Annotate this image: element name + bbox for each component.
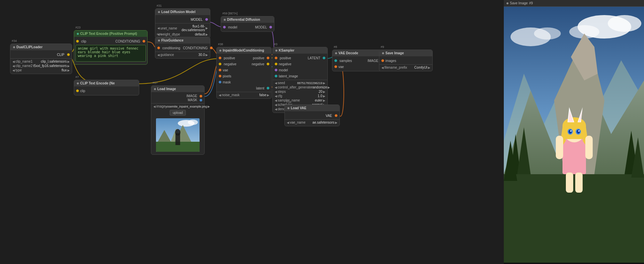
clip-name2-arrow-right[interactable]: ▶ (67, 64, 70, 68)
latent-out-row: latent (217, 85, 271, 91)
sampler-arrow-right[interactable]: ▶ (323, 99, 325, 102)
noise-arrow-left[interactable]: ◀ (219, 93, 221, 97)
denoise-arrow-left[interactable]: ◀ (275, 108, 277, 111)
type-arrow-left[interactable]: ◀ (12, 69, 15, 72)
k-positive-in-port[interactable] (275, 57, 277, 59)
image-arrow-right[interactable]: ▶ (208, 105, 210, 108)
positive-prompt-text[interactable]: anime girl with massive fennec ears blon… (75, 45, 146, 62)
samples-image-row: samples IMAGE (332, 58, 385, 64)
model-output-port[interactable] (205, 18, 208, 21)
conditioning-input-port[interactable] (157, 47, 160, 49)
conditioning-out-port[interactable] (210, 47, 213, 49)
samples-in-port[interactable] (334, 59, 337, 62)
image-out-port[interactable] (200, 95, 202, 97)
clip-name2-arrow-left[interactable]: ◀ (12, 64, 15, 68)
load-vae-header: Load VAE (285, 105, 339, 111)
vae-in-port-vd[interactable] (334, 65, 337, 68)
cfg-arrow-left[interactable]: ◀ (275, 94, 277, 98)
vae-in-port[interactable] (219, 69, 221, 71)
clip-input-port[interactable] (76, 40, 79, 43)
seed-arrow-left[interactable]: ◀ (275, 81, 277, 85)
clip-conditioning-row: clip CONDITIONING (74, 38, 147, 44)
svg-rect-19 (504, 174, 644, 263)
cfg-row: ◀ cfg 1.0 ▶ (273, 94, 327, 98)
unet-arrow-right[interactable]: ▶ (206, 26, 208, 30)
dualcliploader-node: #34 DualCLIPLoader CLIP ◀ clip_name1 cli… (10, 44, 72, 74)
scheduler-arrow-left[interactable]: ◀ (275, 103, 277, 107)
pixels-in-port[interactable] (219, 75, 221, 77)
vae-name-arrow-left[interactable]: ◀ (287, 121, 289, 124)
sampler-label: sampler_name (278, 98, 315, 102)
clip-name1-value: clip_l.safetensors (41, 60, 67, 63)
differential-diffusion-node: #59 [BETA] Differential Diffusion model … (221, 16, 274, 32)
node-id-load-diffusion: #31 (157, 4, 162, 7)
clip-output-row: CLIP (10, 52, 72, 58)
samples-in-label: samples (339, 59, 352, 63)
positive-in-port[interactable] (219, 57, 221, 59)
node-canvas: #34 DualCLIPLoader CLIP ◀ clip_name1 cli… (0, 0, 644, 264)
negative-in-port[interactable] (219, 63, 221, 65)
clip-name2-row: ◀ clip_name2 t5xxl_fp16.safetensors ▶ (10, 64, 72, 68)
vae-decode-title: VAE Decode (338, 51, 358, 55)
steps-arrow-left[interactable]: ◀ (275, 90, 277, 93)
negative-out-port[interactable] (267, 63, 269, 65)
upload-button[interactable]: upload (170, 110, 186, 116)
vae-name-row: ◀ vae_name ae.safetensors ▶ (285, 120, 339, 125)
svg-point-40 (578, 130, 580, 132)
guidance-arrow-right[interactable]: ▶ (206, 53, 208, 57)
latent-out-port-k[interactable] (323, 57, 325, 59)
k-latent-in-port[interactable] (275, 75, 277, 77)
unet-name-value: flux1-fill-dev.safetensors (177, 24, 205, 32)
k-negative-in-port[interactable] (275, 63, 277, 65)
flux-guidance-header: FluxGuidance (155, 37, 210, 44)
control-after-label: control_after_generate (278, 85, 312, 89)
vae-decode-node: #8 VAE Decode samples IMAGE vae (332, 50, 386, 71)
noise-arrow-right[interactable]: ▶ (267, 93, 269, 97)
vae-output-port[interactable] (335, 114, 337, 117)
model-output-port[interactable] (269, 26, 272, 28)
vae-decode-body: samples IMAGE vae (332, 56, 385, 71)
sampler-arrow-left[interactable]: ◀ (275, 99, 277, 102)
filename-arrow-right[interactable]: ▶ (428, 66, 430, 69)
model-input-port[interactable] (223, 26, 226, 28)
vae-output-row: VAE (285, 113, 339, 119)
preview-svg (504, 7, 644, 263)
preview-scene (504, 7, 644, 263)
clip-positive-node: #23 CLIP Text Encode (Positive Prompt) c… (74, 30, 148, 65)
image-arrow-left[interactable]: ◀ (153, 105, 156, 108)
preview-status-dot (506, 2, 508, 4)
images-in-port[interactable] (381, 59, 384, 62)
load-image-body: IMAGE MASK ◀ image yosemite_inpaint_exam… (151, 92, 204, 154)
latent-out-port[interactable] (267, 87, 269, 89)
positive-out-port[interactable] (267, 57, 269, 59)
control-arrow-left[interactable]: ◀ (275, 86, 277, 89)
guidance-arrow-left[interactable]: ◀ (157, 53, 160, 57)
mask-out-port[interactable] (200, 99, 202, 102)
seed-label: seed (278, 81, 297, 85)
clip-name1-arrow-right[interactable]: ▶ (67, 60, 70, 63)
node-id-inpaint: #38 (218, 43, 223, 46)
clip-neg-input-port[interactable] (76, 89, 79, 92)
weight-arrow-right[interactable]: ▶ (206, 33, 208, 36)
k-model-in-port[interactable] (275, 69, 277, 71)
type-arrow-right[interactable]: ▶ (67, 69, 70, 72)
cfg-arrow-right[interactable]: ▶ (323, 94, 325, 98)
mask-in-port[interactable] (219, 81, 221, 83)
clip-name2-label: clip_name2 (15, 64, 33, 68)
image-value: yosemite_inpaint_example.png (165, 105, 207, 108)
control-arrow-right[interactable]: ▶ (328, 86, 330, 89)
clip-output-port[interactable] (67, 53, 70, 56)
svg-point-2 (188, 120, 198, 125)
steps-arrow-right[interactable]: ▶ (323, 90, 325, 93)
diff-diffusion-header: Differential Diffusion (221, 16, 274, 23)
svg-point-11 (608, 15, 641, 32)
vae-name-arrow-right[interactable]: ▶ (335, 121, 337, 124)
filename-arrow-left[interactable]: ◀ (381, 66, 384, 69)
type-row: ◀ type flux ▶ (10, 68, 72, 72)
load-image-thumbnail (156, 118, 200, 152)
negative-io: negative negative (217, 61, 271, 67)
seed-arrow-right[interactable]: ▶ (323, 81, 325, 85)
clip-name1-arrow-left[interactable]: ◀ (12, 60, 15, 63)
unet-arrow-left[interactable]: ◀ (157, 26, 160, 30)
conditioning-output-port[interactable] (143, 40, 145, 43)
